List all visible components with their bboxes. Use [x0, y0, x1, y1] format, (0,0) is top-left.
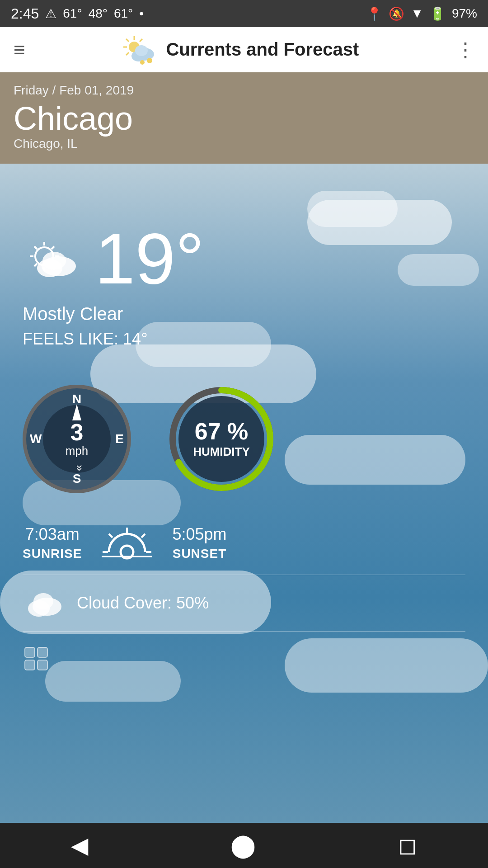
- current-weather-row: 19°: [23, 222, 465, 295]
- sunset-time: 5:05pm: [172, 525, 226, 544]
- cloud-cover-row: Cloud Cover: 50%: [23, 589, 465, 618]
- humidity-value: 67 %: [195, 420, 249, 443]
- app-bar: ≡ Currents and Forecast ⋮: [0, 27, 488, 72]
- svg-line-19: [34, 246, 37, 249]
- temperature-display: 19°: [95, 222, 204, 295]
- svg-line-5: [126, 39, 129, 42]
- feels-like-display: FEELS LIKE: 14°: [23, 330, 465, 349]
- status-right: 📍 🔕 ▼ 🔋 97%: [366, 6, 477, 21]
- sun-row: 7:03am SUNRISE 5:05pm SUNSET: [23, 525, 465, 561]
- svg-point-25: [42, 252, 66, 270]
- humidity-gauge: 67 % HUMIDITY: [167, 385, 276, 493]
- warning-icon: ⚠: [45, 6, 56, 21]
- app-bar-center: Currents and Forecast: [122, 34, 359, 65]
- wind-unit-label: mph: [66, 444, 89, 458]
- compass-south-label: S: [73, 472, 81, 486]
- weather-main: 19° Mostly Clear FEELS LIKE: 14° N S W E…: [0, 164, 488, 868]
- app-logo-icon: [122, 34, 158, 65]
- sunrise-label: SUNRISE: [23, 547, 82, 561]
- battery-icon: 🔋: [430, 6, 446, 21]
- cloud-cover-text: Cloud Cover: 50%: [77, 594, 209, 613]
- compass-arrow-north: [72, 404, 81, 420]
- additional-metrics: [23, 645, 465, 726]
- wind-compass: N S W E » 3 mph: [23, 385, 131, 493]
- compass-west-label: W: [30, 432, 42, 446]
- recents-button[interactable]: ◻: [398, 832, 417, 859]
- temp-display-3: 61°: [114, 6, 133, 21]
- location-city: Chicago: [14, 102, 474, 135]
- more-options-button[interactable]: ⋮: [455, 38, 474, 61]
- svg-rect-40: [25, 660, 35, 670]
- sunrise-item: 7:03am SUNRISE: [23, 525, 82, 561]
- temp-display-2: 48°: [89, 6, 108, 21]
- humidity-label: HUMIDITY: [193, 445, 250, 459]
- svg-rect-38: [25, 647, 35, 657]
- separator-2: [23, 631, 465, 632]
- svg-line-8: [126, 52, 129, 55]
- compass-outer-ring: N S W E » 3 mph: [23, 385, 131, 493]
- back-button[interactable]: ◀: [71, 832, 88, 859]
- svg-point-12: [147, 58, 152, 63]
- location-icon: 📍: [366, 6, 382, 21]
- weather-description: Mostly Clear: [23, 304, 465, 324]
- svg-point-37: [33, 593, 53, 609]
- compass-east-label: E: [115, 432, 124, 446]
- svg-point-13: [140, 60, 145, 65]
- svg-point-11: [135, 45, 148, 56]
- svg-line-30: [109, 534, 113, 538]
- temp-display-1: 61°: [63, 6, 82, 21]
- svg-rect-39: [38, 647, 47, 657]
- dot-indicator: •: [139, 6, 144, 21]
- weather-condition-icon: [23, 234, 81, 283]
- compass-arrow-south: »: [74, 465, 86, 471]
- sunset-label: SUNSET: [173, 547, 227, 561]
- hamburger-menu-button[interactable]: ≡: [14, 38, 25, 61]
- location-header: Friday / Feb 01, 2019 Chicago Chicago, I…: [0, 72, 488, 164]
- sunrise-sunset-icon: [100, 525, 154, 561]
- status-bar: 2:45 ⚠ 61° 48° 61° • 📍 🔕 ▼ 🔋 97%: [0, 0, 488, 27]
- svg-line-7: [140, 39, 142, 42]
- svg-rect-41: [38, 660, 47, 670]
- additional-icon-1: [23, 645, 50, 672]
- metrics-row: N S W E » 3 mph: [23, 385, 465, 493]
- svg-line-22: [34, 264, 37, 266]
- humidity-inner-display: 67 % HUMIDITY: [178, 396, 264, 482]
- home-button[interactable]: ⬤: [230, 832, 256, 859]
- svg-line-21: [52, 246, 54, 249]
- wind-speed-value: 3: [70, 420, 84, 444]
- sunrise-time: 7:03am: [25, 525, 80, 544]
- status-time: 2:45: [11, 5, 39, 22]
- cloud-cover-icon: [23, 589, 63, 618]
- status-left: 2:45 ⚠ 61° 48° 61° •: [11, 5, 144, 22]
- battery-percent: 97%: [452, 6, 477, 21]
- sunset-item: 5:05pm SUNSET: [172, 525, 226, 561]
- bottom-navigation: ◀ ⬤ ◻: [0, 823, 488, 868]
- svg-line-31: [141, 534, 145, 538]
- separator-1: [23, 575, 465, 575]
- mute-icon: 🔕: [389, 6, 404, 21]
- wifi-icon: ▼: [411, 6, 423, 21]
- location-date: Friday / Feb 01, 2019: [14, 83, 474, 98]
- app-bar-title: Currents and Forecast: [166, 39, 359, 60]
- location-subtitle: Chicago, IL: [14, 137, 474, 151]
